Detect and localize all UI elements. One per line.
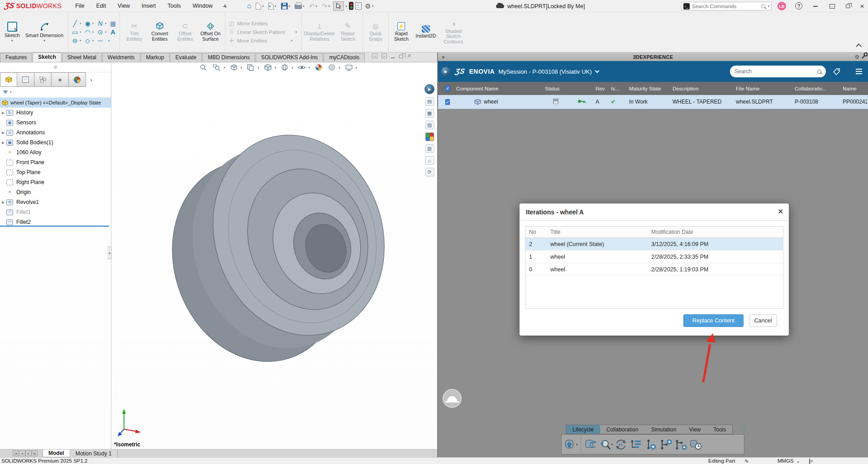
text-tool[interactable]: A — [109, 28, 117, 36]
traffic-light-icon[interactable] — [349, 2, 353, 10]
menu-insert[interactable]: Insert — [142, 3, 156, 9]
explore-search-button[interactable]: ▾ — [599, 439, 613, 450]
tab-weldments[interactable]: Weldments — [102, 53, 140, 62]
point-tool[interactable]: ▪ — [105, 37, 113, 44]
previous-pane-icon[interactable]: ◂ — [372, 53, 377, 58]
lasso-select-tool[interactable]: ▦ — [109, 20, 117, 27]
zoom-area-icon[interactable] — [212, 64, 221, 71]
polygon-tool[interactable]: ◇ — [84, 37, 91, 44]
tab-sheet-metal[interactable]: Sheet Metal — [62, 53, 102, 62]
appearances-icon[interactable] — [425, 133, 434, 141]
custom-properties-icon[interactable]: ▥ — [425, 144, 434, 153]
new-branch-button[interactable] — [659, 439, 672, 450]
panel-pin-icon[interactable] — [862, 55, 865, 58]
edit-appearance-icon[interactable] — [314, 64, 323, 71]
line-tool[interactable]: ╱ — [71, 20, 79, 27]
arc-tool[interactable]: ◠ — [84, 28, 91, 36]
search-commands-input[interactable] — [692, 4, 759, 9]
units-caret-icon[interactable]: ▴ — [797, 460, 799, 463]
tree-item-sensors[interactable]: ◉Sensors — [0, 118, 111, 128]
save-to-3dexperience-button[interactable]: ▾ — [563, 439, 578, 450]
sketch-button[interactable]: Sketch▾ — [3, 21, 22, 43]
tree-item-front-plane[interactable]: .Front Plane — [0, 157, 111, 167]
close-button[interactable]: ✕ — [856, 0, 868, 12]
motion-study-tab[interactable]: Motion Study 1 — [70, 450, 118, 457]
tree-item-top-plane[interactable]: .Top Plane — [0, 167, 111, 177]
tree-item-origin[interactable]: ⌖Origin — [0, 187, 111, 197]
zoom-fit-icon[interactable] — [199, 64, 208, 71]
select-dropdown[interactable]: ▾ — [346, 5, 348, 8]
tab-mbd-dimensions[interactable]: MBD Dimensions — [202, 53, 255, 62]
structure-browser-button[interactable] — [629, 439, 643, 450]
first-tab-icon[interactable]: |◂ — [13, 450, 19, 456]
drawing-views-icon[interactable] — [246, 64, 255, 71]
smart-dimension-button[interactable]: Smart Dimension▾ — [24, 21, 65, 43]
panel-gear-icon[interactable]: ⚙ — [854, 54, 859, 60]
file-explorer-icon[interactable]: ▦ — [425, 109, 434, 118]
iteration-row[interactable]: 0 wheel 2/28/2025, 1:19:03 PM — [525, 263, 783, 276]
tab-displaymanager[interactable] — [69, 72, 86, 87]
row-checkbox[interactable]: ✓ — [445, 99, 450, 105]
tree-root-item[interactable]: wheel (Taper) <<Default>_Display State — [0, 98, 111, 108]
view-palette-icon[interactable]: ▨ — [425, 121, 434, 129]
session-label[interactable]: MySession - P-003108 (Visiativ UK) — [498, 68, 591, 75]
component-row[interactable]: ✓ wheel A ✔ In Work WHEEL - TAPERED whee… — [438, 95, 868, 109]
design-library-icon[interactable]: ▤ — [425, 97, 434, 106]
instant2d-button[interactable]: Instant2D — [413, 25, 439, 39]
xp-search[interactable] — [730, 66, 826, 77]
new-document-button[interactable]: ▾ — [254, 2, 265, 10]
header-checkbox[interactable]: ✓ — [445, 85, 450, 91]
units-selector[interactable]: MMGS — [777, 458, 794, 464]
dock-button[interactable]: ↔ — [826, 0, 838, 12]
restore-button[interactable] — [842, 0, 854, 12]
tab-features[interactable]: Features — [0, 53, 32, 62]
home-button[interactable]: ⌂ — [246, 1, 253, 10]
print-button[interactable]: ▾ — [293, 2, 306, 10]
doc-minimize-icon[interactable] — [391, 57, 395, 58]
sync-pane-icon[interactable]: ⟳ — [425, 168, 434, 176]
search-dropdown[interactable]: ▾ — [768, 5, 769, 8]
options-button[interactable]: ⚙▾ — [363, 2, 375, 10]
tree-item-history[interactable]: ▶↻History — [0, 108, 111, 118]
menu-edit[interactable]: Edit — [96, 3, 106, 9]
iteration-row[interactable]: 2 wheel (Current State) 3/12/2025, 4:16:… — [525, 238, 783, 251]
tree-item-material[interactable]: ≡1060 Alloy — [0, 147, 111, 157]
view-orientation-icon[interactable] — [263, 64, 272, 71]
undo-button[interactable]: ↶▾ — [308, 2, 319, 10]
convert-entities-button[interactable]: Convert Entities — [148, 22, 172, 42]
tab-sketch[interactable]: Sketch — [33, 52, 61, 62]
tab-configurationmanager[interactable] — [34, 72, 52, 87]
section-view-icon[interactable] — [229, 64, 238, 71]
offset-on-surface-button[interactable]: Offset On Surface — [199, 22, 222, 42]
trim-small-tool[interactable]: ─ — [96, 37, 104, 44]
hide-show-items-icon[interactable] — [297, 64, 306, 71]
tree-item-fillet1[interactable]: ◠Fillet1 — [0, 207, 111, 217]
rectangle-tool[interactable]: ▭ — [71, 28, 79, 36]
favorites-heart-icon[interactable]: ♡ — [740, 425, 746, 433]
model-tab[interactable]: Model — [43, 450, 70, 457]
tree-item-right-plane[interactable]: .Right Plane — [0, 177, 111, 187]
tab-solidworks-add-ins[interactable]: SOLIDWORKS Add-Ins — [256, 53, 323, 62]
replace-content-button[interactable]: Replace Content — [683, 314, 744, 327]
synchronize-button[interactable] — [614, 439, 628, 450]
tree-item-annotations[interactable]: ▶AAnnotations — [0, 128, 111, 137]
menu-view[interactable]: View — [118, 3, 130, 9]
apply-scene-icon[interactable] — [327, 64, 336, 71]
tab-dimxpertmanager[interactable]: ⌖ — [52, 72, 69, 87]
tab-propertymanager[interactable] — [17, 72, 34, 87]
doc-close-icon[interactable]: ✕ — [407, 53, 411, 58]
tab-mycadtools[interactable]: myCADtools — [324, 53, 365, 62]
tab-featuremanager[interactable] — [0, 72, 17, 87]
new-branch-from-button[interactable] — [674, 439, 687, 450]
dialog-close-icon[interactable]: ✕ — [777, 208, 783, 216]
prev-tab-icon[interactable]: ◂ — [19, 450, 25, 456]
doc-restore-icon[interactable] — [399, 55, 403, 58]
tab-overflow[interactable]: › — [86, 72, 97, 87]
tree-resize-line[interactable] — [0, 226, 109, 227]
next-tab-icon[interactable]: ▸ — [25, 450, 32, 456]
iteration-history-button[interactable] — [689, 439, 702, 450]
refresh-from-server-button[interactable] — [584, 439, 597, 450]
redo-button[interactable]: ↷▾ — [320, 2, 331, 10]
tab-tools[interactable]: Tools — [707, 425, 732, 434]
new-iteration-button[interactable] — [644, 439, 658, 450]
